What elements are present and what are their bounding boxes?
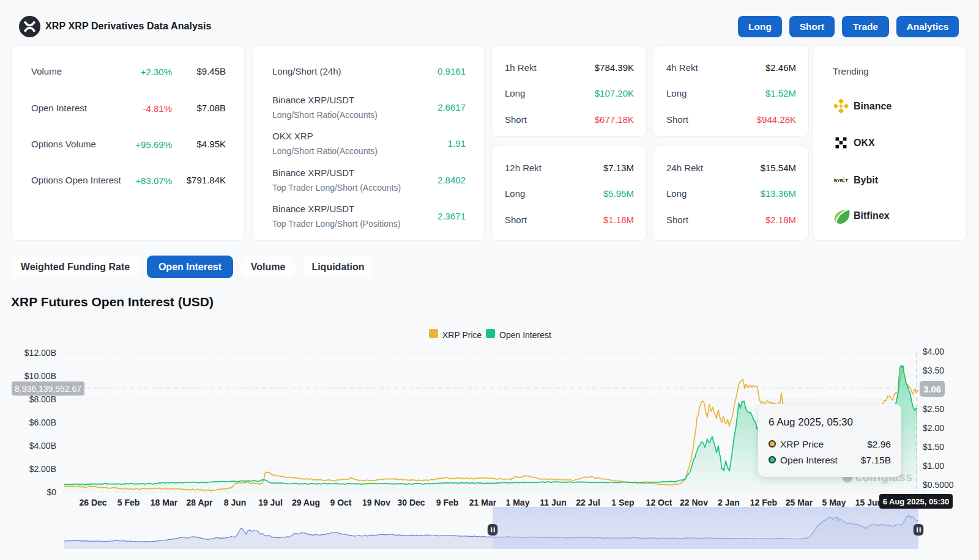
svg-text:8 Jun: 8 Jun [224,498,247,507]
svg-text:5 Feb: 5 Feb [117,498,140,507]
svg-text:19 Nov: 19 Nov [362,498,390,507]
svg-text:$4.00B: $4.00B [29,441,56,451]
svg-text:19 Jul: 19 Jul [258,498,283,507]
svg-text:$2.00B: $2.00B [29,464,56,474]
svg-text:$10.00B: $10.00B [24,371,56,381]
svg-text:$2.00: $2.00 [923,423,944,433]
svg-text:22 Jul: 22 Jul [576,498,600,507]
svg-text:9 Oct: 9 Oct [330,498,351,507]
svg-text:29 Aug: 29 Aug [292,498,320,507]
svg-text:22 Nov: 22 Nov [680,498,708,507]
svg-text:25 Mar: 25 Mar [786,498,813,507]
svg-text:$6.00B: $6.00B [29,418,56,427]
svg-text:30 Dec: 30 Dec [397,498,425,507]
svg-text:28 Apr: 28 Apr [186,498,213,507]
svg-text:$4.00: $4.00 [923,347,944,356]
svg-text:$2.50: $2.50 [923,404,944,414]
svg-text:$1.00: $1.00 [923,461,944,471]
svg-text:$1.50: $1.50 [923,442,944,452]
svg-text:21 Mar: 21 Mar [469,498,497,507]
svg-text:1 May: 1 May [506,498,530,507]
svg-text:11 Jun: 11 Jun [540,498,567,507]
svg-text:18 Mar: 18 Mar [151,498,178,507]
svg-text:$0: $0 [47,487,56,497]
svg-text:1 Sep: 1 Sep [611,498,634,507]
svg-text:$12.00B: $12.00B [24,348,56,358]
svg-text:9 Feb: 9 Feb [436,498,459,507]
svg-text:26 Dec: 26 Dec [79,498,106,507]
svg-text:$0.5000: $0.5000 [923,480,954,490]
svg-text:15 Jun: 15 Jun [855,498,882,507]
svg-text:12 Oct: 12 Oct [646,498,672,507]
svg-text:12 Feb: 12 Feb [750,498,777,507]
svg-text:2 Jan: 2 Jan [718,498,740,507]
svg-text:5 May: 5 May [822,498,846,507]
svg-text:$3.50: $3.50 [923,366,944,375]
